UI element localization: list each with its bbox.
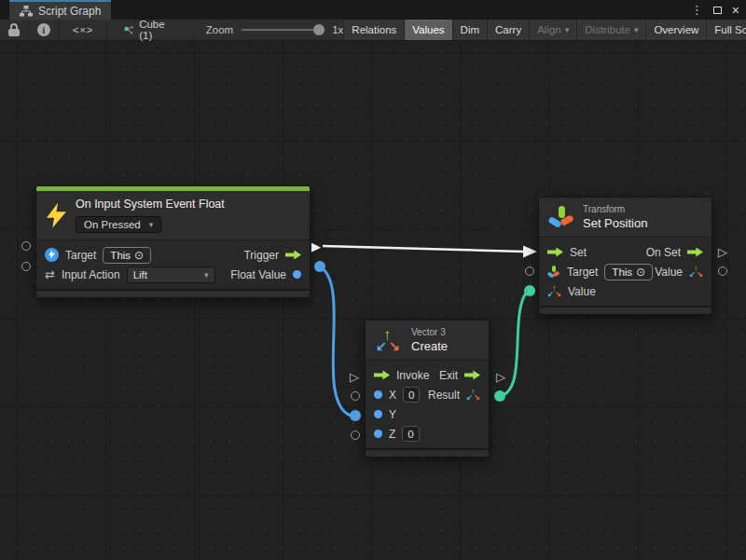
wire-trigger-arrowhead: [523, 246, 537, 258]
input-action-port-label: Input Action: [62, 268, 120, 281]
node-title: On Input System Event Float: [76, 198, 225, 211]
set-node-footer: [539, 306, 711, 314]
vector3-icon: ↑↙↘: [547, 284, 561, 298]
event-node-body: Target This ⊙ Trigger ⇄ Input Actio: [36, 240, 310, 289]
set-node-header[interactable]: Transform Set Position: [539, 198, 711, 238]
overview-button[interactable]: Overview: [645, 20, 706, 40]
values-button[interactable]: Values: [404, 20, 451, 40]
relations-button[interactable]: Relations: [343, 20, 404, 40]
node-category: Transform: [583, 204, 647, 214]
zoom-value: 1x: [332, 24, 343, 35]
transform-gizmo-icon: [547, 266, 560, 279]
port-row-inputaction-floatvalue: ⇄ Input Action Lift ▾ Float Value: [36, 265, 310, 284]
code-preview-button[interactable]: <×>: [60, 20, 107, 40]
port-set-value-out[interactable]: [718, 266, 727, 276]
event-mode-dropdown[interactable]: On Pressed ▾: [76, 216, 161, 233]
close-icon[interactable]: ×: [732, 4, 739, 17]
zoom-slider-knob[interactable]: [313, 24, 325, 35]
float-value-port-label: Float Value: [230, 268, 286, 281]
distribute-button[interactable]: Distribute ▾: [576, 20, 645, 40]
port-set-target-in[interactable]: [525, 266, 534, 276]
node-transform-set-position[interactable]: Transform Set Position Set On Set: [538, 197, 712, 315]
create-node-header[interactable]: ↑↙↘ Vector 3 Create: [366, 321, 489, 361]
create-node-body: Invoke Exit X 0 Result: [366, 361, 489, 448]
port-create-exit-out[interactable]: ▷: [496, 371, 505, 383]
event-node-header[interactable]: On Input System Event Float On Pressed ▾: [36, 191, 310, 240]
object-picker-icon: ⊙: [134, 249, 144, 262]
z-value-field[interactable]: 0: [402, 426, 419, 442]
breadcrumb-label: Cube (1): [139, 19, 169, 41]
event-node-footer: [36, 289, 310, 297]
chevron-down-icon: ▾: [634, 25, 639, 34]
zoom-slider[interactable]: [242, 29, 324, 31]
info-icon: i: [37, 23, 50, 36]
z-port-label: Z: [389, 428, 395, 441]
zoom-control: Zoom 1x: [206, 20, 344, 40]
tab-title: Script Graph: [38, 5, 101, 18]
port-event-trigger-out[interactable]: ▶: [311, 240, 321, 253]
port-create-x-in[interactable]: [351, 391, 360, 401]
flow-arrow-icon: [285, 250, 301, 261]
exit-port-label: Exit: [439, 369, 458, 382]
align-button[interactable]: Align ▾: [529, 20, 576, 40]
fullscreen-button[interactable]: Full Screen: [706, 20, 746, 40]
chevron-down-icon: ▾: [149, 220, 154, 229]
port-create-z-in[interactable]: [351, 430, 360, 440]
port-event-inputaction-in[interactable]: [21, 262, 31, 271]
wire-floatvalue-to-y: [320, 266, 351, 416]
graph-node-icon: [124, 24, 133, 36]
dim-button[interactable]: Dim: [452, 20, 487, 40]
input-system-icon: [45, 248, 59, 262]
x-value-field[interactable]: 0: [403, 387, 420, 403]
port-create-y-in[interactable]: [350, 410, 361, 421]
chevron-down-icon: ▾: [565, 25, 570, 34]
node-category: Vector 3: [411, 327, 448, 337]
port-create-result-out[interactable]: [494, 390, 505, 402]
graph-hierarchy-icon: [20, 6, 33, 17]
port-row-set-onset: Set On Set: [539, 242, 711, 262]
input-action-dropdown[interactable]: Lift ▾: [127, 266, 215, 283]
port-event-floatvalue-out[interactable]: [314, 261, 325, 272]
y-port-label: Y: [389, 408, 396, 421]
script-graph-window: Script Graph ⋮ × i <×> Cube (1) Zoom: [0, 0, 746, 560]
value-dot-icon: [293, 270, 301, 279]
flow-arrow-icon: [464, 370, 480, 381]
tab-bar: Script Graph ⋮ ×: [0, 0, 746, 20]
info-button[interactable]: i: [29, 20, 60, 40]
create-node-footer: [366, 448, 489, 457]
port-event-target-in[interactable]: [21, 241, 31, 251]
transform-gizmo-icon: [549, 205, 573, 230]
port-set-value-in[interactable]: [524, 285, 535, 296]
set-node-body: Set On Set Target This: [539, 238, 711, 306]
node-vector3-create[interactable]: ↑↙↘ Vector 3 Create Invoke Exit: [365, 320, 490, 458]
lock-button[interactable]: [0, 20, 29, 40]
set-port-label: Set: [570, 246, 587, 259]
value-in-port-label: Value: [568, 285, 596, 298]
more-menu-icon[interactable]: ⋮: [691, 4, 703, 16]
port-create-invoke-in[interactable]: ▷: [350, 371, 359, 383]
maximize-icon[interactable]: [713, 7, 722, 14]
zoom-label: Zoom: [206, 24, 233, 35]
lock-icon: [8, 23, 20, 36]
node-title: Set Position: [583, 216, 647, 230]
port-row-value-in: ↑↙↘ Value: [539, 281, 711, 301]
target-object-field[interactable]: This ⊙: [103, 247, 151, 264]
vector3-icon: ↑↙↘: [376, 327, 402, 353]
value-dot-icon: [374, 390, 382, 399]
graph-canvas[interactable]: On Input System Event Float On Pressed ▾…: [0, 41, 746, 560]
target-object-field[interactable]: This ⊙: [604, 264, 653, 280]
x-port-label: X: [389, 389, 396, 402]
flow-arrow-icon: [547, 247, 563, 258]
trigger-port-label: Trigger: [243, 249, 279, 262]
tab-script-graph[interactable]: Script Graph: [9, 0, 111, 20]
node-on-input-system-event-float[interactable]: On Input System Event Float On Pressed ▾…: [35, 185, 311, 298]
input-action-icon: ⇄: [45, 268, 55, 280]
port-row-invoke-exit: Invoke Exit: [366, 365, 489, 385]
value-dot-icon: [374, 430, 382, 438]
port-set-onset-out[interactable]: ▷: [718, 246, 727, 258]
on-set-port-label: On Set: [646, 246, 681, 259]
port-row-target-trigger: Target This ⊙ Trigger: [36, 245, 310, 265]
carry-button[interactable]: Carry: [487, 20, 529, 40]
invoke-port-label: Invoke: [396, 369, 429, 382]
breadcrumb[interactable]: Cube (1): [124, 20, 169, 40]
